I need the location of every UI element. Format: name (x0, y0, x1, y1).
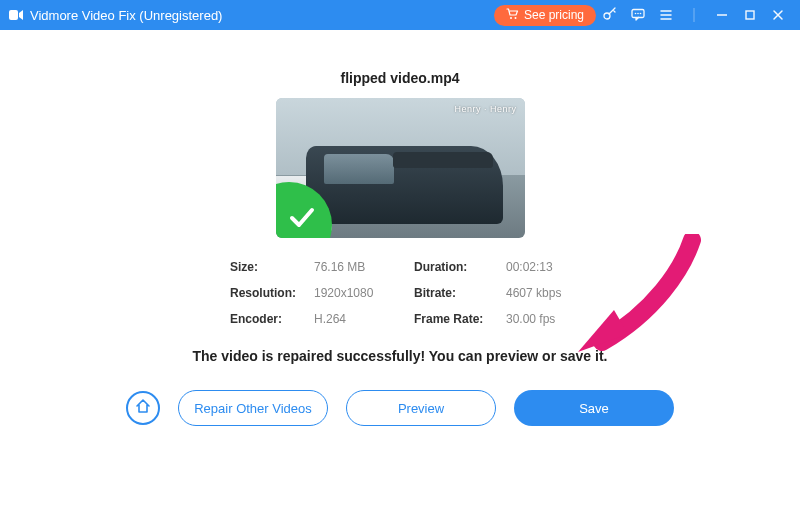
file-name: flipped video.mp4 (0, 70, 800, 86)
menu-icon[interactable] (652, 0, 680, 30)
video-metadata: Size: 76.16 MB Duration: 00:02:13 Resolu… (230, 260, 570, 326)
meta-encoder-value: H.264 (314, 312, 408, 326)
meta-resolution-value: 1920x1080 (314, 286, 408, 300)
app-title: Vidmore Video Fix (Unregistered) (30, 8, 222, 23)
app-logo-icon (8, 7, 24, 23)
meta-duration-value: 00:02:13 (506, 260, 570, 274)
meta-duration-key: Duration: (414, 260, 500, 274)
divider (680, 0, 708, 30)
preview-button[interactable]: Preview (346, 390, 496, 426)
key-icon[interactable] (596, 0, 624, 30)
svg-point-5 (635, 13, 637, 15)
svg-point-2 (514, 17, 516, 19)
action-buttons: Repair Other Videos Preview Save (0, 390, 800, 426)
meta-framerate-value: 30.00 fps (506, 312, 570, 326)
save-button[interactable]: Save (514, 390, 674, 426)
home-button[interactable] (126, 391, 160, 425)
titlebar: Vidmore Video Fix (Unregistered) See pri… (0, 0, 800, 30)
maximize-button[interactable] (736, 0, 764, 30)
svg-rect-0 (9, 10, 18, 20)
status-message: The video is repaired successfully! You … (0, 348, 800, 364)
see-pricing-label: See pricing (524, 8, 584, 22)
svg-rect-10 (746, 11, 754, 19)
meta-size-value: 76.16 MB (314, 260, 408, 274)
home-icon (135, 398, 151, 418)
minimize-button[interactable] (708, 0, 736, 30)
main-content: flipped video.mp4 Henry · Henry Size: 76… (0, 30, 800, 426)
svg-point-1 (510, 17, 512, 19)
cart-icon (506, 8, 519, 23)
meta-bitrate-key: Bitrate: (414, 286, 500, 300)
svg-point-7 (640, 13, 642, 15)
repair-other-button[interactable]: Repair Other Videos (178, 390, 328, 426)
video-thumbnail[interactable]: Henry · Henry (276, 98, 525, 238)
svg-point-6 (637, 13, 639, 15)
meta-encoder-key: Encoder: (230, 312, 308, 326)
meta-framerate-key: Frame Rate: (414, 312, 500, 326)
thumbnail-watermark: Henry · Henry (454, 104, 516, 114)
see-pricing-button[interactable]: See pricing (494, 5, 596, 26)
meta-resolution-key: Resolution: (230, 286, 308, 300)
meta-bitrate-value: 4607 kbps (506, 286, 570, 300)
feedback-icon[interactable] (624, 0, 652, 30)
annotation-arrow-icon (564, 234, 704, 364)
meta-size-key: Size: (230, 260, 308, 274)
close-button[interactable] (764, 0, 792, 30)
